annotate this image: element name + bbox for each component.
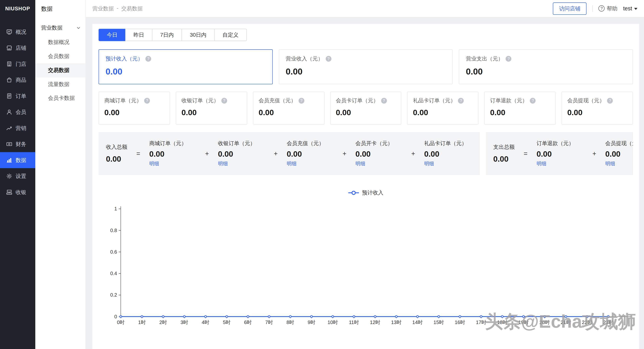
detail-link[interactable]: 明细 bbox=[149, 160, 159, 167]
formula-term-mall-orders: 商城订单（元） 0.00 明细 bbox=[149, 140, 196, 167]
main-area: 今日 昨日 7日内 30日内 自定义 预计收入（元） ? 0.00 bbox=[86, 17, 644, 349]
submenu-item-transaction-data[interactable]: 交易数据 bbox=[35, 63, 85, 77]
sidebar-item-settings[interactable]: 设置 bbox=[0, 168, 35, 184]
tab-7-days[interactable]: 7日内 bbox=[152, 29, 182, 41]
formula-term-order-refunds: 订单退款（元） 0.00 明细 bbox=[536, 140, 584, 167]
plus-sign: + bbox=[411, 150, 415, 157]
formula-term-gift-card-orders: 礼品卡订单（元） 0.00 明细 bbox=[424, 140, 471, 167]
sidebar-item-finance[interactable]: 财务 bbox=[0, 136, 35, 152]
expense-total-value: 0.00 bbox=[493, 155, 514, 164]
stat-card-business-expense: 营业支出（元） ? 0.00 bbox=[459, 49, 633, 84]
detail-link[interactable]: 明细 bbox=[355, 160, 365, 167]
stat-card-member-withdrawal: 会员提现（元）? 0.00 bbox=[562, 92, 633, 125]
stat-card-member-card-orders: 会员卡订单（元）? 0.00 bbox=[330, 92, 402, 125]
stat-card-title: 预计收入（元） ? bbox=[106, 55, 266, 63]
sidebar-item-goods[interactable]: 商品 bbox=[0, 72, 35, 88]
app-window: NIUSHOP 概况 店铺 门店 商品 订单 bbox=[0, 0, 644, 349]
svg-text:0: 0 bbox=[114, 314, 117, 319]
expense-total: 支出总额 0.00 bbox=[493, 143, 514, 164]
detail-link[interactable]: 明细 bbox=[287, 160, 296, 167]
sidebar-item-store[interactable]: 门店 bbox=[0, 56, 35, 72]
visit-shop-button[interactable]: 访问店铺 bbox=[553, 2, 587, 15]
svg-text:4时: 4时 bbox=[202, 320, 210, 325]
help-label: 帮助 bbox=[607, 5, 618, 12]
user-menu[interactable]: test bbox=[623, 5, 637, 12]
stat-card-mall-orders: 商城订单（元）? 0.00 bbox=[98, 92, 170, 125]
line-marker-icon bbox=[348, 192, 359, 193]
sidebar-item-shop[interactable]: 店铺 bbox=[0, 40, 35, 56]
help-icon[interactable]: ? bbox=[506, 56, 512, 62]
detail-link[interactable]: 明细 bbox=[605, 160, 615, 167]
formula-term-value: 0.00 bbox=[355, 150, 402, 159]
help-icon[interactable]: ? bbox=[144, 98, 150, 104]
help-icon[interactable]: ? bbox=[326, 56, 332, 62]
svg-text:18时: 18时 bbox=[497, 320, 508, 325]
sidebar-item-label: 收银 bbox=[16, 189, 26, 196]
stat-card-value: 0.00 bbox=[413, 108, 473, 117]
help-icon[interactable]: ? bbox=[458, 98, 464, 104]
sidebar-item-cashier[interactable]: 收银 bbox=[0, 184, 35, 200]
tab-custom[interactable]: 自定义 bbox=[214, 29, 247, 41]
help-icon[interactable]: ? bbox=[221, 98, 227, 104]
plus-sign: + bbox=[342, 150, 346, 157]
tab-yesterday[interactable]: 昨日 bbox=[125, 29, 152, 41]
settings-icon bbox=[6, 173, 12, 179]
chevron-down-icon bbox=[76, 25, 80, 31]
expense-total-label: 支出总额 bbox=[493, 143, 514, 151]
topbar-divider bbox=[592, 5, 593, 12]
svg-text:10时: 10时 bbox=[328, 320, 338, 325]
marketing-icon bbox=[6, 125, 12, 131]
svg-text:5时: 5时 bbox=[223, 320, 230, 325]
help-icon[interactable]: ? bbox=[298, 98, 304, 104]
formula-term-value: 0.00 bbox=[287, 150, 334, 159]
sidebar-item-overview[interactable]: 概况 bbox=[0, 24, 35, 40]
submenu-item-traffic-data[interactable]: 流量数据 bbox=[35, 77, 85, 91]
member-icon bbox=[6, 109, 12, 115]
formula-term-member-recharge: 会员充值（元） 0.00 明细 bbox=[287, 140, 334, 167]
detail-link[interactable]: 明细 bbox=[424, 160, 434, 167]
sidebar-item-members[interactable]: 会员 bbox=[0, 104, 35, 120]
sidebar-item-orders[interactable]: 订单 bbox=[0, 88, 35, 104]
formula-term-value: 0.00 bbox=[536, 150, 584, 159]
help-icon: ? bbox=[598, 5, 605, 12]
svg-text:8时: 8时 bbox=[286, 320, 294, 325]
submenu-item-member-data[interactable]: 会员数据 bbox=[35, 49, 85, 63]
sidebar-item-marketing[interactable]: 营销 bbox=[0, 120, 35, 136]
sidebar-item-label: 营销 bbox=[16, 124, 26, 132]
submenu-item-data-overview[interactable]: 数据概况 bbox=[35, 35, 85, 49]
tab-today[interactable]: 今日 bbox=[98, 29, 126, 41]
income-formula: 收入总额 0.00 = 商城订单（元） 0.00 明细 + 收银订单（元） 0. bbox=[98, 132, 480, 175]
formula-term-member-withdrawal: 会员提现（元） 0.00 明细 bbox=[605, 140, 633, 167]
stat-card-title: 商城订单（元）? bbox=[104, 97, 164, 104]
tab-30-days[interactable]: 30日内 bbox=[182, 29, 214, 41]
sidebar-item-label: 店铺 bbox=[16, 44, 26, 52]
stat-card-title: 会员卡订单（元）? bbox=[336, 97, 396, 104]
help-icon[interactable]: ? bbox=[145, 56, 151, 62]
sidebar-item-data[interactable]: 数据 bbox=[0, 152, 35, 168]
equals-sign: = bbox=[136, 150, 140, 157]
submenu-group-business-data[interactable]: 营业数据 bbox=[35, 21, 85, 35]
formula-term-title: 会员开卡（元） bbox=[355, 140, 402, 147]
shop-icon bbox=[6, 45, 12, 51]
main-nav: 概况 店铺 门店 商品 订单 会员 bbox=[0, 24, 35, 200]
svg-text:14时: 14时 bbox=[412, 320, 423, 325]
detail-link[interactable]: 明细 bbox=[536, 160, 546, 167]
stat-card-title-text: 会员卡订单（元） bbox=[336, 97, 378, 104]
formula-term-value: 0.00 bbox=[218, 150, 265, 159]
stat-card-title-text: 营业支出（元） bbox=[466, 55, 503, 63]
detail-link[interactable]: 明细 bbox=[218, 160, 228, 167]
plus-sign: + bbox=[205, 150, 209, 157]
date-range-tabs: 今日 昨日 7日内 30日内 自定义 bbox=[98, 29, 247, 41]
help-icon[interactable]: ? bbox=[381, 98, 387, 104]
breadcrumb-parent: 营业数据 bbox=[92, 5, 114, 12]
submenu-item-member-card-data[interactable]: 会员卡数据 bbox=[35, 91, 85, 105]
stat-card-title: 收银订单（元）? bbox=[182, 97, 241, 104]
chart-legend[interactable]: 预计收入 bbox=[98, 189, 633, 197]
help-menu[interactable]: ? 帮助 bbox=[598, 5, 618, 12]
stat-card-value: 0.00 bbox=[490, 108, 550, 117]
help-icon[interactable]: ? bbox=[530, 98, 536, 104]
help-icon[interactable]: ? bbox=[607, 98, 613, 104]
stat-card-title-text: 订单退款（元） bbox=[490, 97, 528, 104]
stat-card-title: 礼品卡订单（元）? bbox=[413, 97, 473, 104]
svg-text:22时: 22时 bbox=[582, 320, 592, 325]
